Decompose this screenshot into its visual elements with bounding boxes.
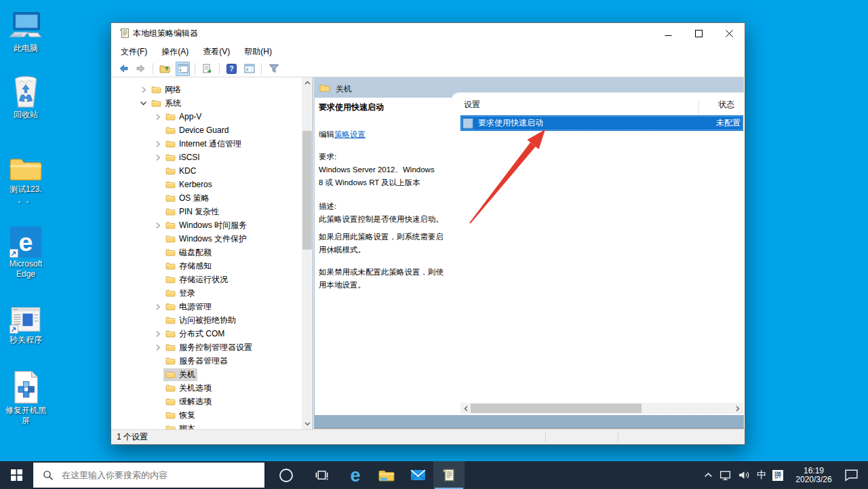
tree-item-17[interactable]: 访问被拒绝协助 — [111, 313, 313, 327]
scroll-up-arrow[interactable] — [302, 77, 313, 88]
tree-item-12[interactable]: 磁盘配额 — [111, 246, 313, 259]
task-view-button[interactable] — [306, 461, 337, 489]
tree-item-15[interactable]: 登录 — [111, 286, 313, 300]
cortana-button[interactable] — [271, 461, 302, 489]
export-list-button[interactable] — [200, 62, 214, 76]
tree-item-20[interactable]: 服务器管理器 — [111, 354, 313, 368]
tree-item-22[interactable]: 关机选项 — [111, 381, 313, 395]
start-button[interactable] — [0, 461, 33, 489]
list-scrollbar-thumb[interactable] — [471, 404, 642, 413]
tree-item-18[interactable]: 分布式 COM — [111, 327, 313, 340]
tray-chevron-up-icon[interactable] — [704, 472, 713, 478]
tree-item-body[interactable]: App-V — [163, 111, 203, 122]
tree-item-body[interactable]: 存储运行状况 — [163, 273, 230, 286]
action-center-icon[interactable] — [844, 469, 859, 482]
volume-icon[interactable] — [738, 470, 751, 480]
tree-item-16[interactable]: 电源管理 — [111, 300, 313, 313]
close-button[interactable] — [714, 23, 745, 43]
show-action-pane-button[interactable] — [242, 62, 256, 76]
list-horizontal-scrollbar[interactable] — [460, 403, 743, 414]
forward-button[interactable] — [134, 62, 148, 76]
tree-item-body[interactable]: 缓解选项 — [163, 395, 214, 408]
title-bar[interactable]: 本地组策略编辑器 — [111, 23, 745, 43]
tree-item-9[interactable]: PIN 复杂性 — [111, 205, 313, 218]
tree-item-body[interactable]: Kerberos — [163, 179, 214, 190]
maximize-button[interactable] — [684, 23, 714, 43]
taskbar-clock[interactable]: 16:19 2020/3/26 — [789, 467, 838, 484]
collapsed-chevron-icon[interactable] — [154, 344, 161, 351]
edit-policy-link[interactable]: 策略设置 — [334, 130, 366, 138]
desktop-icon-test-folder[interactable]: 测试123.。。 — [0, 149, 52, 205]
scroll-down-arrow[interactable] — [302, 418, 313, 429]
tree-item-13[interactable]: 存储感知 — [111, 259, 313, 273]
tree-item-4[interactable]: Internet 通信管理 — [111, 137, 313, 151]
tree-item-6[interactable]: KDC — [111, 164, 313, 178]
tree-scrollbar-thumb[interactable] — [302, 131, 312, 250]
policy-list-row[interactable]: 要求使用快速启动 未配置 — [460, 115, 743, 131]
menu-action[interactable]: 操作(A) — [160, 45, 190, 59]
taskbar-gpedit-icon[interactable] — [433, 461, 465, 489]
collapsed-chevron-icon[interactable] — [140, 86, 147, 94]
taskbar-explorer-icon[interactable] — [371, 461, 402, 489]
column-header-setting[interactable]: 设置 — [464, 99, 480, 115]
tree-item-body[interactable]: 网络 — [149, 83, 183, 96]
tree-item-23[interactable]: 缓解选项 — [111, 395, 313, 408]
filter-button[interactable] — [267, 62, 281, 76]
tree-item-body[interactable]: KDC — [163, 165, 198, 176]
up-folder-button[interactable] — [158, 62, 172, 76]
taskbar-edge-icon[interactable]: e — [340, 461, 371, 489]
desktop-icon-fix-black-screen[interactable]: 修复开机黑屏 — [0, 370, 52, 426]
tree-item-body[interactable]: PIN 复杂性 — [163, 206, 221, 218]
minimize-button[interactable] — [653, 23, 684, 43]
tree-item-body[interactable]: 恢复 — [163, 409, 197, 422]
tree-item-body[interactable]: Windows 时间服务 — [163, 219, 249, 232]
ime-mode-indicator[interactable]: 拼 — [772, 470, 783, 481]
tree-item-body[interactable]: 关机 — [163, 368, 197, 381]
tree-item-body[interactable]: iSCSI — [163, 152, 202, 163]
tree-item-3[interactable]: Device Guard — [111, 123, 313, 137]
tree-item-body[interactable]: 登录 — [163, 287, 197, 300]
tree-item-14[interactable]: 存储运行状况 — [111, 273, 313, 286]
taskbar-mail-icon[interactable] — [402, 461, 433, 489]
tree-item-body[interactable]: Internet 通信管理 — [163, 138, 243, 151]
desktop-icon-this-pc[interactable]: 此电脑 — [0, 8, 52, 54]
scroll-right-arrow[interactable] — [732, 403, 743, 414]
collapsed-chevron-icon[interactable] — [154, 140, 161, 148]
column-divider[interactable] — [698, 100, 699, 114]
tree-item-21[interactable]: 关机 — [111, 368, 313, 381]
tree-item-body[interactable]: 分布式 COM — [163, 328, 226, 340]
taskbar-search[interactable] — [33, 462, 265, 488]
desktop-icon-edge[interactable]: eMicrosoft Edge — [0, 224, 52, 279]
tree-item-body[interactable]: 系统 — [149, 97, 183, 110]
menu-view[interactable]: 查看(V) — [201, 45, 231, 59]
scroll-left-arrow[interactable] — [460, 403, 471, 414]
collapsed-chevron-icon[interactable] — [154, 154, 161, 161]
tree-item-body[interactable]: 存储感知 — [163, 260, 214, 273]
desktop-icon-quick-shutdown[interactable]: 秒关程序 — [0, 300, 52, 345]
tree-item-body[interactable]: Windows 文件保护 — [163, 233, 249, 246]
tree-item-0[interactable]: 网络 — [111, 83, 313, 96]
tree-item-2[interactable]: App-V — [111, 110, 313, 123]
tree-item-11[interactable]: Windows 文件保护 — [111, 232, 313, 246]
tree-item-19[interactable]: 服务控制管理器设置 — [111, 340, 313, 354]
collapsed-chevron-icon[interactable] — [154, 222, 161, 229]
tree-item-body[interactable]: 关机选项 — [163, 382, 214, 395]
collapsed-chevron-icon[interactable] — [154, 330, 161, 338]
tree-item-24[interactable]: 恢复 — [111, 408, 313, 422]
tree-item-1[interactable]: 系统 — [111, 96, 313, 110]
tree-item-5[interactable]: iSCSI — [111, 151, 313, 164]
tree-item-body[interactable]: 访问被拒绝协助 — [163, 314, 238, 327]
ime-language-indicator[interactable]: 中 — [757, 469, 766, 482]
search-input[interactable] — [60, 469, 246, 481]
tree-item-body[interactable]: 脚本 — [163, 423, 197, 430]
network-icon[interactable] — [719, 470, 732, 481]
tree-item-body[interactable]: 服务器管理器 — [163, 355, 230, 368]
menu-file[interactable]: 文件(F) — [119, 45, 149, 59]
tree-item-25[interactable]: 脚本 — [111, 422, 313, 429]
tree-item-8[interactable]: OS 策略 — [111, 191, 313, 205]
expanded-chevron-icon[interactable] — [140, 100, 147, 107]
help-button[interactable]: ? — [224, 62, 239, 76]
show-console-tree-button[interactable] — [176, 62, 190, 76]
desktop-icon-recycle-bin[interactable]: 回收站 — [0, 75, 52, 120]
tree-scrollbar[interactable] — [302, 77, 313, 429]
